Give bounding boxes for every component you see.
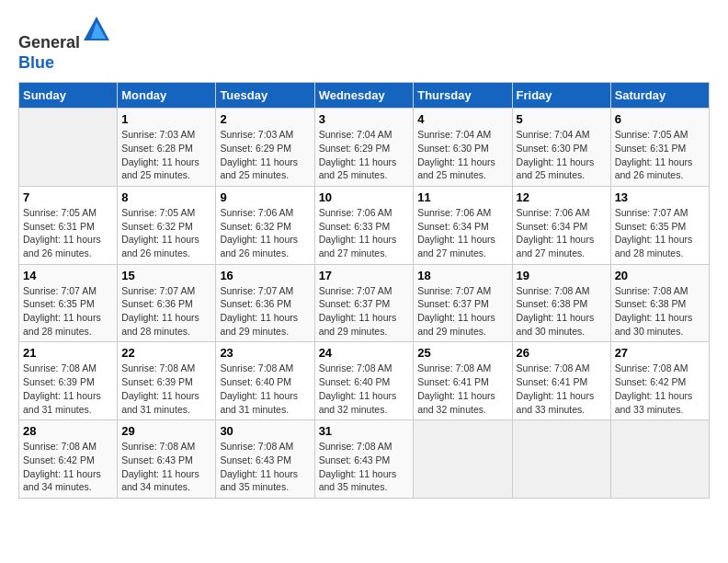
weekday-header: Friday [512,83,610,109]
calendar-cell: 19Sunrise: 7:08 AM Sunset: 6:38 PM Dayli… [512,264,610,342]
calendar-cell [19,109,118,187]
day-number: 9 [220,190,310,204]
calendar-cell: 5Sunrise: 7:04 AM Sunset: 6:30 PM Daylig… [512,109,610,187]
calendar-cell: 21Sunrise: 7:08 AM Sunset: 6:39 PM Dayli… [19,342,118,420]
weekday-header: Sunday [19,83,118,109]
day-info: Sunrise: 7:06 AM Sunset: 6:34 PM Dayligh… [517,206,607,260]
day-number: 31 [319,424,410,438]
calendar-cell: 16Sunrise: 7:07 AM Sunset: 6:36 PM Dayli… [216,264,314,342]
day-info: Sunrise: 7:07 AM Sunset: 6:35 PM Dayligh… [615,206,705,260]
calendar-cell: 28Sunrise: 7:08 AM Sunset: 6:42 PM Dayli… [19,420,118,499]
day-number: 28 [23,424,113,438]
day-number: 16 [220,269,310,282]
calendar-cell: 13Sunrise: 7:07 AM Sunset: 6:35 PM Dayli… [610,186,709,264]
calendar-cell [414,420,512,499]
day-number: 8 [121,190,211,204]
calendar-cell: 23Sunrise: 7:08 AM Sunset: 6:40 PM Dayli… [216,342,314,420]
day-info: Sunrise: 7:07 AM Sunset: 6:36 PM Dayligh… [121,284,211,339]
weekday-header: Tuesday [216,83,314,109]
day-number: 23 [220,346,310,360]
weekday-header: Monday [118,83,216,109]
day-info: Sunrise: 7:08 AM Sunset: 6:43 PM Dayligh… [121,440,211,494]
day-number: 20 [615,269,705,282]
logo-icon [82,15,111,44]
day-info: Sunrise: 7:04 AM Sunset: 6:29 PM Dayligh… [319,128,410,182]
day-number: 12 [517,190,607,204]
day-number: 15 [121,269,211,282]
day-info: Sunrise: 7:08 AM Sunset: 6:39 PM Dayligh… [121,362,211,416]
day-info: Sunrise: 7:08 AM Sunset: 6:42 PM Dayligh… [615,362,705,416]
calendar-cell: 24Sunrise: 7:08 AM Sunset: 6:40 PM Dayli… [314,342,414,420]
calendar-cell: 10Sunrise: 7:06 AM Sunset: 6:33 PM Dayli… [314,186,414,264]
day-number: 29 [121,424,211,438]
day-info: Sunrise: 7:06 AM Sunset: 6:33 PM Dayligh… [319,206,410,260]
day-number: 17 [319,269,410,282]
day-number: 7 [23,190,113,204]
day-info: Sunrise: 7:08 AM Sunset: 6:41 PM Dayligh… [517,362,607,416]
calendar-cell: 25Sunrise: 7:08 AM Sunset: 6:41 PM Dayli… [414,342,512,420]
logo: General Blue [18,18,111,73]
day-info: Sunrise: 7:03 AM Sunset: 6:29 PM Dayligh… [220,128,310,182]
day-info: Sunrise: 7:08 AM Sunset: 6:41 PM Dayligh… [417,362,507,416]
day-number: 3 [319,112,410,126]
day-info: Sunrise: 7:07 AM Sunset: 6:37 PM Dayligh… [417,284,507,339]
day-info: Sunrise: 7:05 AM Sunset: 6:31 PM Dayligh… [615,128,705,182]
calendar-cell: 20Sunrise: 7:08 AM Sunset: 6:38 PM Dayli… [610,264,709,342]
day-number: 21 [23,346,113,360]
day-info: Sunrise: 7:08 AM Sunset: 6:38 PM Dayligh… [615,284,705,339]
calendar-cell: 6Sunrise: 7:05 AM Sunset: 6:31 PM Daylig… [610,109,709,187]
calendar-cell: 17Sunrise: 7:07 AM Sunset: 6:37 PM Dayli… [314,264,414,342]
weekday-header: Saturday [610,83,709,109]
logo-blue: Blue [18,53,54,72]
calendar-cell: 18Sunrise: 7:07 AM Sunset: 6:37 PM Dayli… [414,264,512,342]
calendar-cell: 1Sunrise: 7:03 AM Sunset: 6:28 PM Daylig… [118,109,216,187]
calendar-cell: 26Sunrise: 7:08 AM Sunset: 6:41 PM Dayli… [512,342,610,420]
day-info: Sunrise: 7:08 AM Sunset: 6:40 PM Dayligh… [319,362,410,416]
day-number: 24 [319,346,410,360]
calendar-week: 21Sunrise: 7:08 AM Sunset: 6:39 PM Dayli… [19,342,710,420]
day-info: Sunrise: 7:03 AM Sunset: 6:28 PM Dayligh… [121,128,211,182]
calendar-cell: 31Sunrise: 7:08 AM Sunset: 6:43 PM Dayli… [314,420,414,499]
day-info: Sunrise: 7:06 AM Sunset: 6:34 PM Dayligh… [417,206,507,260]
day-number: 10 [319,190,410,204]
calendar-cell: 11Sunrise: 7:06 AM Sunset: 6:34 PM Dayli… [414,186,512,264]
day-info: Sunrise: 7:08 AM Sunset: 6:42 PM Dayligh… [23,440,113,494]
calendar-cell: 9Sunrise: 7:06 AM Sunset: 6:32 PM Daylig… [216,186,314,264]
weekday-header: Wednesday [314,83,414,109]
day-number: 6 [615,112,705,126]
calendar-cell: 12Sunrise: 7:06 AM Sunset: 6:34 PM Dayli… [512,186,610,264]
day-info: Sunrise: 7:08 AM Sunset: 6:40 PM Dayligh… [220,362,310,416]
day-number: 30 [220,424,310,438]
calendar-week: 7Sunrise: 7:05 AM Sunset: 6:31 PM Daylig… [19,186,710,264]
day-number: 22 [121,346,211,360]
calendar-cell: 15Sunrise: 7:07 AM Sunset: 6:36 PM Dayli… [118,264,216,342]
calendar-week: 1Sunrise: 7:03 AM Sunset: 6:28 PM Daylig… [19,109,710,187]
day-number: 25 [417,346,507,360]
day-number: 14 [23,269,113,282]
calendar-cell: 27Sunrise: 7:08 AM Sunset: 6:42 PM Dayli… [610,342,709,420]
calendar-cell: 14Sunrise: 7:07 AM Sunset: 6:35 PM Dayli… [19,264,118,342]
day-info: Sunrise: 7:07 AM Sunset: 6:37 PM Dayligh… [319,284,410,339]
day-number: 5 [517,112,607,126]
weekday-header: Thursday [414,83,512,109]
day-info: Sunrise: 7:04 AM Sunset: 6:30 PM Dayligh… [417,128,507,182]
day-number: 18 [417,269,507,282]
calendar-cell [610,420,709,499]
calendar-cell: 4Sunrise: 7:04 AM Sunset: 6:30 PM Daylig… [414,109,512,187]
calendar-cell: 7Sunrise: 7:05 AM Sunset: 6:31 PM Daylig… [19,186,118,264]
calendar-cell [512,420,610,499]
calendar-week: 14Sunrise: 7:07 AM Sunset: 6:35 PM Dayli… [19,264,710,342]
day-info: Sunrise: 7:08 AM Sunset: 6:43 PM Dayligh… [220,440,310,494]
calendar-week: 28Sunrise: 7:08 AM Sunset: 6:42 PM Dayli… [19,420,710,499]
calendar-cell: 29Sunrise: 7:08 AM Sunset: 6:43 PM Dayli… [118,420,216,499]
day-info: Sunrise: 7:08 AM Sunset: 6:38 PM Dayligh… [517,284,607,339]
calendar-cell: 3Sunrise: 7:04 AM Sunset: 6:29 PM Daylig… [314,109,414,187]
day-number: 1 [121,112,211,126]
day-info: Sunrise: 7:07 AM Sunset: 6:35 PM Dayligh… [23,284,113,339]
day-info: Sunrise: 7:06 AM Sunset: 6:32 PM Dayligh… [220,206,310,260]
calendar-cell: 8Sunrise: 7:05 AM Sunset: 6:32 PM Daylig… [118,186,216,264]
calendar-body: 1Sunrise: 7:03 AM Sunset: 6:28 PM Daylig… [19,109,710,499]
day-number: 27 [615,346,705,360]
day-info: Sunrise: 7:08 AM Sunset: 6:43 PM Dayligh… [319,440,410,494]
day-number: 19 [517,269,607,282]
